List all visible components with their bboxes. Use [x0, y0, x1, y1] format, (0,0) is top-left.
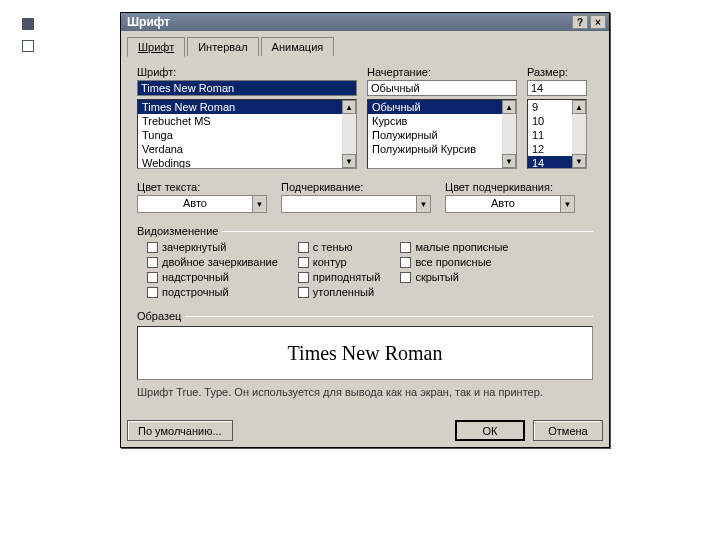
font-description: Шрифт True. Type. Он используется для вы…: [137, 386, 593, 398]
label-textcolor: Цвет текста:: [137, 181, 267, 193]
scroll-down-icon[interactable]: ▼: [572, 154, 586, 168]
font-dialog: Шрифт ? × Шрифт Интервал Анимация Шрифт:…: [120, 12, 610, 448]
scrollbar[interactable]: ▲ ▼: [502, 100, 516, 168]
list-item[interactable]: Полужирный: [368, 128, 516, 142]
list-item[interactable]: Verdana: [138, 142, 356, 156]
label-effects: Видоизменение: [137, 225, 218, 237]
chk-engrave[interactable]: утопленный: [298, 286, 381, 298]
close-button[interactable]: ×: [590, 15, 606, 29]
scroll-down-icon[interactable]: ▼: [342, 154, 356, 168]
cancel-button[interactable]: Отмена: [533, 420, 603, 441]
dropdown-value: [282, 196, 416, 212]
chk-shadow[interactable]: с тенью: [298, 241, 381, 253]
style-input[interactable]: Обычный: [367, 80, 517, 96]
dialog-title: Шрифт: [127, 15, 170, 29]
scroll-up-icon[interactable]: ▲: [342, 100, 356, 114]
bullet-hollow: [22, 40, 34, 52]
size-input[interactable]: 14: [527, 80, 587, 96]
list-item[interactable]: Полужирный Курсив: [368, 142, 516, 156]
scrollbar[interactable]: ▲ ▼: [342, 100, 356, 168]
dropdown-value: Авто: [446, 196, 560, 212]
chk-subscript[interactable]: подстрочный: [147, 286, 278, 298]
chk-strikethrough[interactable]: зачеркнутый: [147, 241, 278, 253]
list-item[interactable]: Tunga: [138, 128, 356, 142]
scroll-up-icon[interactable]: ▲: [572, 100, 586, 114]
chk-double-strike[interactable]: двойное зачеркивание: [147, 256, 278, 268]
scrollbar[interactable]: ▲ ▼: [572, 100, 586, 168]
chk-emboss[interactable]: приподнятый: [298, 271, 381, 283]
tab-interval[interactable]: Интервал: [187, 37, 258, 56]
chk-outline[interactable]: контур: [298, 256, 381, 268]
chk-hidden[interactable]: скрытый: [400, 271, 508, 283]
scroll-down-icon[interactable]: ▼: [502, 154, 516, 168]
list-item[interactable]: Курсив: [368, 114, 516, 128]
font-input[interactable]: Times New Roman: [137, 80, 357, 96]
chk-superscript[interactable]: надстрочный: [147, 271, 278, 283]
preview-box: Times New Roman: [137, 326, 593, 380]
tab-row: Шрифт Интервал Анимация: [121, 31, 609, 56]
tab-pane: Шрифт: Times New Roman Times New Roman T…: [127, 56, 603, 408]
chevron-down-icon[interactable]: ▼: [416, 196, 430, 212]
label-undercolor: Цвет подчеркивания:: [445, 181, 575, 193]
font-listbox[interactable]: Times New Roman Trebuchet MS Tunga Verda…: [137, 99, 357, 169]
scroll-up-icon[interactable]: ▲: [502, 100, 516, 114]
tab-font[interactable]: Шрифт: [127, 37, 185, 57]
textcolor-dropdown[interactable]: Авто ▼: [137, 195, 267, 213]
tab-animation[interactable]: Анимация: [261, 37, 335, 56]
size-listbox[interactable]: 9 10 11 12 14 ▲ ▼: [527, 99, 587, 169]
label-size: Размер:: [527, 66, 587, 78]
list-item[interactable]: Trebuchet MS: [138, 114, 356, 128]
label-style: Начертание:: [367, 66, 517, 78]
undercolor-dropdown[interactable]: Авто ▼: [445, 195, 575, 213]
chk-smallcaps[interactable]: малые прописные: [400, 241, 508, 253]
chevron-down-icon[interactable]: ▼: [560, 196, 574, 212]
label-underline: Подчеркивание:: [281, 181, 431, 193]
chk-allcaps[interactable]: все прописные: [400, 256, 508, 268]
list-item[interactable]: Webdings: [138, 156, 356, 169]
list-item[interactable]: Times New Roman: [138, 100, 356, 114]
bullet-filled: [22, 18, 34, 30]
style-listbox[interactable]: Обычный Курсив Полужирный Полужирный Кур…: [367, 99, 517, 169]
default-button[interactable]: По умолчанию...: [127, 420, 233, 441]
help-button[interactable]: ?: [572, 15, 588, 29]
label-sample: Образец: [137, 310, 181, 322]
chevron-down-icon[interactable]: ▼: [252, 196, 266, 212]
dropdown-value: Авто: [138, 196, 252, 212]
list-item[interactable]: Обычный: [368, 100, 516, 114]
label-font: Шрифт:: [137, 66, 357, 78]
underline-dropdown[interactable]: ▼: [281, 195, 431, 213]
titlebar: Шрифт ? ×: [121, 13, 609, 31]
ok-button[interactable]: ОК: [455, 420, 525, 441]
